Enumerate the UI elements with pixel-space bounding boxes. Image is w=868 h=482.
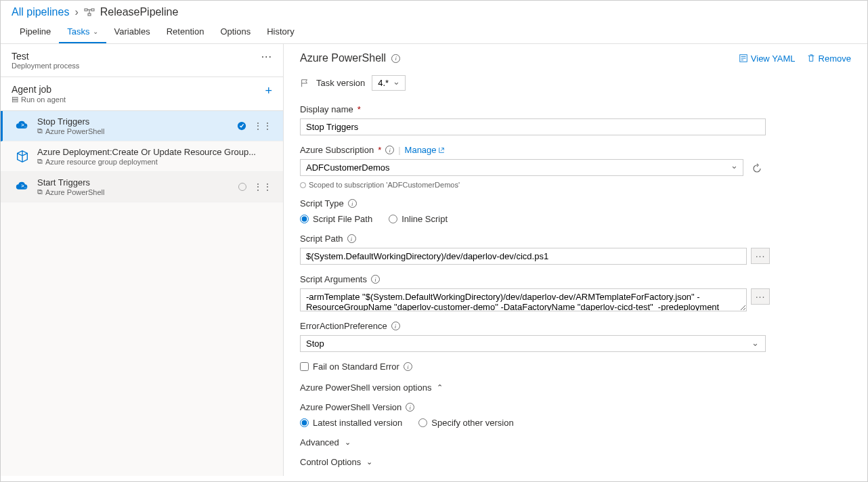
tab-tasks[interactable]: Tasks ⌄ (59, 21, 106, 43)
info-icon[interactable]: i (406, 403, 414, 412)
remove-label: Remove (819, 53, 851, 64)
fail-on-stderr-checkbox[interactable]: Fail on Standard Error i (300, 362, 851, 372)
job-header[interactable]: Agent job ▤ Run on agent + (1, 77, 283, 111)
refresh-button[interactable] (747, 159, 766, 178)
script-type-label: Script Type i (300, 198, 851, 209)
job-sub-text: Run on agent (21, 95, 66, 104)
job-sub: ▤ Run on agent (12, 95, 66, 104)
browse-button[interactable]: ··· (751, 248, 770, 264)
tab-pipeline[interactable]: Pipeline (12, 21, 59, 43)
pipeline-icon (84, 7, 95, 18)
job-name: Agent job (12, 84, 66, 95)
manage-link-text: Manage (405, 145, 437, 155)
version-specify-radio[interactable]: Specify other version (418, 418, 513, 428)
task-item-stop-triggers[interactable]: >_ Stop Triggers ⧉ Azure PowerShell ⋮⋮ (1, 111, 283, 141)
chevron-down-icon: ⌄ (366, 458, 372, 466)
task-item-azure-deployment[interactable]: Azure Deployment:Create Or Update Resour… (1, 141, 283, 172)
task-sub: ⧉ Azure resource group deployment (37, 157, 272, 166)
radio-label: Inline Script (402, 214, 448, 224)
breadcrumb: All pipelines › ReleasePipeline (1, 1, 867, 21)
task-version-select[interactable]: 4.* (372, 75, 406, 91)
tab-options[interactable]: Options (212, 21, 259, 43)
trash-icon (806, 53, 816, 63)
tabs: Pipeline Tasks ⌄ Variables Retention Opt… (1, 21, 867, 44)
panel-title: Azure PowerShell i (300, 52, 400, 64)
task-name: Azure Deployment:Create Or Update Resour… (37, 147, 272, 157)
task-sub: ⧉ Azure PowerShell (37, 188, 232, 196)
browse-button[interactable]: ··· (751, 288, 770, 305)
powershell-cloud-icon: >_ (14, 118, 30, 134)
subscription-label: Azure Subscription* i | Manage (300, 145, 851, 155)
powershell-cloud-icon: >_ (14, 179, 30, 195)
stage-name: Test (12, 51, 79, 62)
info-icon[interactable]: i (348, 199, 357, 208)
view-yaml-button[interactable]: View YAML (739, 53, 796, 64)
chevron-right-icon: › (74, 6, 78, 18)
script-type-inline-radio[interactable]: Inline Script (389, 214, 448, 224)
script-args-input[interactable] (300, 288, 747, 311)
yaml-icon (739, 53, 748, 63)
chevron-down-icon: ⌄ (93, 28, 98, 35)
tab-history[interactable]: History (259, 21, 302, 43)
remove-button[interactable]: Remove (806, 53, 851, 64)
display-name-input[interactable] (300, 118, 766, 135)
task-list-pane: Test Deployment process ··· Agent job ▤ … (1, 44, 284, 476)
task-sub: ⧉ Azure PowerShell (37, 127, 230, 135)
task-name: Start Triggers (37, 177, 232, 188)
resource-group-icon (14, 148, 30, 165)
stage-header[interactable]: Test Deployment process ··· (1, 44, 283, 77)
info-icon[interactable]: i (371, 275, 380, 284)
svg-rect-1 (91, 9, 94, 11)
task-radio[interactable] (238, 183, 246, 191)
ps-version-label: Azure PowerShell Version i (300, 402, 851, 412)
info-icon[interactable]: i (391, 322, 400, 330)
script-path-label: Script Path i (300, 234, 851, 244)
section-title: Control Options (300, 457, 361, 467)
flag-icon (300, 79, 309, 88)
tab-tasks-label: Tasks (67, 26, 89, 37)
svg-rect-0 (85, 9, 87, 11)
error-action-select[interactable]: Stop (300, 335, 766, 352)
add-task-button[interactable]: + (265, 84, 272, 98)
script-type-file-radio[interactable]: Script File Path (300, 214, 372, 224)
drag-handle-icon[interactable]: ⋮⋮ (253, 124, 272, 129)
more-button[interactable]: ··· (261, 51, 272, 63)
version-options-section[interactable]: Azure PowerShell version options ⌃ (300, 382, 851, 393)
advanced-section[interactable]: Advanced ⌄ (300, 437, 851, 447)
task-settings-pane: Azure PowerShell i View YAML Remove Task… (284, 44, 867, 476)
manage-link[interactable]: Manage (405, 145, 445, 155)
stage-sub: Deployment process (12, 62, 79, 70)
svg-text:>_: >_ (21, 183, 27, 189)
breadcrumb-parent[interactable]: All pipelines (12, 6, 69, 18)
task-version-label: Task version (316, 78, 365, 88)
chevron-up-icon: ⌃ (437, 383, 443, 392)
refresh-icon (752, 163, 762, 174)
info-icon[interactable]: i (385, 146, 394, 154)
tab-variables[interactable]: Variables (106, 21, 158, 43)
link-icon: ⧉ (37, 127, 43, 135)
info-icon[interactable]: i (404, 362, 412, 371)
subscription-select[interactable]: ADFCustomerDemos (300, 159, 743, 176)
task-sub-text: Azure resource group deployment (45, 158, 158, 166)
view-yaml-label: View YAML (751, 53, 796, 64)
external-link-icon (438, 147, 445, 154)
radio-label: Script File Path (313, 214, 372, 224)
link-icon: ⧉ (37, 188, 43, 196)
task-sub-text: Azure PowerShell (45, 188, 104, 196)
script-path-input[interactable] (300, 248, 747, 265)
info-icon[interactable]: i (347, 234, 356, 243)
radio-label: Specify other version (431, 418, 513, 428)
svg-text:>_: >_ (21, 122, 27, 128)
chevron-down-icon: ⌄ (345, 438, 351, 447)
control-options-section[interactable]: Control Options ⌄ (300, 457, 851, 467)
section-title: Azure PowerShell version options (300, 382, 431, 393)
drag-handle-icon[interactable]: ⋮⋮ (253, 185, 272, 190)
info-icon[interactable]: i (391, 54, 400, 63)
svg-rect-2 (88, 14, 91, 16)
link-icon: ▤ (12, 95, 18, 104)
tab-retention[interactable]: Retention (158, 21, 213, 43)
error-action-label: ErrorActionPreference i (300, 321, 851, 331)
version-latest-radio[interactable]: Latest installed version (300, 418, 402, 428)
task-sub-text: Azure PowerShell (45, 127, 104, 135)
task-item-start-triggers[interactable]: >_ Start Triggers ⧉ Azure PowerShell ⋮⋮ (1, 172, 283, 202)
